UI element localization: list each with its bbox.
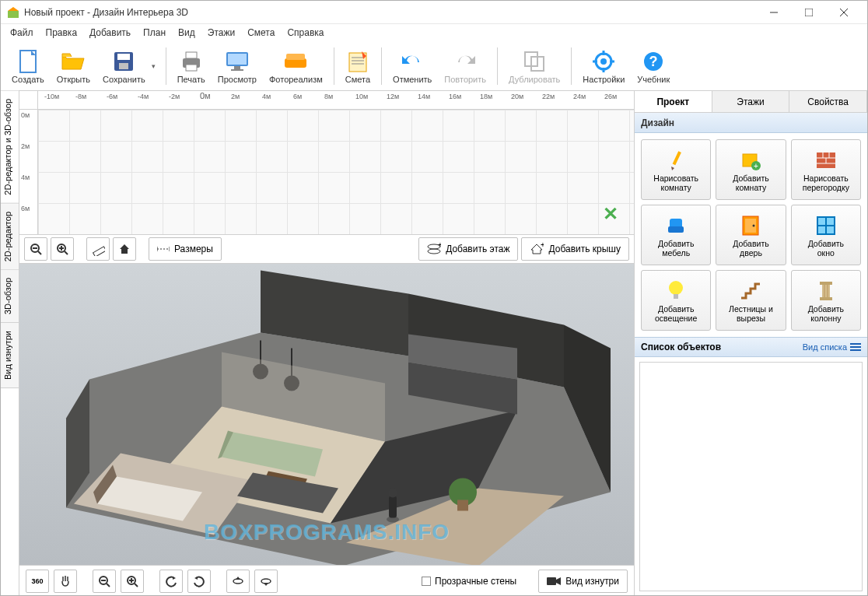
side-panel: Проект Этажи Свойства Дизайн Нарисоватьк… (634, 91, 867, 596)
svg-rect-69 (457, 500, 468, 511)
design-tools-grid: Нарисоватькомнату +Добавитькомнату Нарис… (635, 133, 867, 337)
tab-inside-view[interactable]: Вид изнутри (1, 323, 19, 388)
menu-file[interactable]: Файл (4, 26, 40, 40)
svg-rect-115 (822, 285, 830, 297)
svg-point-112 (669, 281, 683, 295)
svg-rect-10 (119, 63, 128, 69)
svg-marker-86 (194, 577, 198, 580)
tab-project[interactable]: Проект (635, 91, 712, 112)
rotate-left-button[interactable] (159, 570, 183, 593)
tab-properties[interactable]: Свойства (789, 91, 867, 112)
window-title: Новый проект - Дизайн Интерьера 3D (24, 7, 756, 18)
draw-partition-button[interactable]: Нарисоватьперегородку (791, 139, 861, 200)
svg-rect-121 (850, 349, 861, 351)
app-icon (7, 6, 19, 19)
door-icon (741, 212, 760, 239)
add-floor-button[interactable]: +Добавить этаж (418, 237, 518, 261)
svg-text:+: + (754, 162, 759, 170)
save-button[interactable]: Сохранить (96, 44, 152, 89)
360-view-button[interactable]: 360 (26, 570, 49, 593)
tab-2d-3d-combined[interactable]: 2D-редактор и 3D-обзор (1, 91, 19, 204)
zoom-out-3d-button[interactable] (93, 570, 116, 593)
tilt-up-button[interactable] (226, 570, 250, 593)
svg-rect-9 (117, 54, 130, 60)
brick-wall-icon (815, 147, 837, 174)
monitor-icon (225, 48, 250, 75)
tab-floors[interactable]: Этажи (712, 91, 790, 112)
estimate-button[interactable]: Смета (339, 44, 376, 89)
menu-add[interactable]: Добавить (83, 26, 137, 40)
stairs-button[interactable]: Лестницы ивырезы (716, 270, 786, 331)
menu-estimate[interactable]: Смета (241, 26, 281, 40)
svg-rect-93 (673, 151, 681, 165)
draw-room-button[interactable]: Нарисоватькомнату (641, 139, 711, 200)
objects-list[interactable] (639, 362, 863, 591)
svg-rect-114 (820, 282, 832, 285)
svg-line-35 (38, 251, 41, 254)
pan-button[interactable] (54, 570, 77, 593)
svg-marker-1 (8, 7, 19, 11)
canvas-area: -10м-8м -6м-4м -2м0м 2м4м 6м8м 10м12м 14… (19, 91, 634, 596)
add-lighting-button[interactable]: Добавитьосвещение (641, 270, 711, 331)
tutorial-button[interactable]: ?Учебник (631, 44, 676, 89)
rotate-right-button[interactable] (187, 570, 211, 593)
svg-marker-94 (671, 167, 674, 170)
duplicate-button[interactable]: Дублировать (502, 44, 566, 89)
add-roof-button[interactable]: +Добавить крышу (521, 237, 629, 261)
svg-rect-105 (668, 226, 684, 233)
create-button[interactable]: Создать (5, 44, 51, 89)
print-button[interactable]: Печать (171, 44, 212, 89)
tab-2d-editor[interactable]: 2D-редактор (1, 204, 19, 270)
photorealism-button[interactable]: Фотореализм (263, 44, 329, 89)
design-section-header: Дизайн (635, 113, 867, 133)
svg-line-79 (107, 584, 110, 587)
svg-rect-15 (228, 54, 247, 65)
dimensions-icon (157, 244, 170, 254)
svg-rect-41 (93, 247, 105, 256)
settings-button[interactable]: Настройки (576, 44, 631, 89)
undo-button[interactable]: Отменить (387, 44, 438, 89)
side-panel-tabs: Проект Этажи Свойства (635, 91, 867, 113)
close-button[interactable] (826, 1, 861, 23)
zoom-in-3d-button[interactable] (121, 570, 144, 593)
3d-viewport[interactable]: BOXPROGRAMS.INFO (19, 264, 634, 565)
add-furniture-button[interactable]: Добавитьмебель (641, 205, 711, 265)
inside-view-button[interactable]: Вид изнутри (538, 570, 628, 593)
tab-3d-view[interactable]: 3D-обзор (1, 270, 19, 323)
open-button[interactable]: Открыть (51, 44, 96, 89)
menu-view[interactable]: Вид (172, 26, 201, 40)
menu-edit[interactable]: Правка (40, 26, 84, 40)
maximize-button[interactable] (791, 1, 826, 23)
tilt-down-button[interactable] (254, 570, 278, 593)
svg-line-38 (65, 251, 68, 254)
svg-rect-17 (231, 69, 243, 71)
redo-icon (453, 48, 477, 75)
redo-button[interactable]: Повторить (438, 44, 492, 89)
zoom-out-button[interactable] (24, 237, 47, 261)
add-door-button[interactable]: Добавитьдверь (716, 205, 786, 265)
menu-floors[interactable]: Этажи (201, 26, 241, 40)
svg-point-27 (600, 58, 607, 65)
house-plus-icon: + (530, 243, 544, 255)
svg-rect-3 (805, 9, 813, 16)
armchair-icon (665, 212, 687, 239)
view-type-link[interactable]: Вид списка (803, 342, 861, 352)
2d-grid-canvas[interactable]: ✕ (38, 110, 634, 234)
minimize-button[interactable] (756, 1, 791, 23)
notepad-icon (348, 48, 368, 75)
preview-button[interactable]: Просмотр (212, 44, 263, 89)
home-button[interactable] (113, 237, 136, 261)
add-window-button[interactable]: Добавитьокно (791, 205, 861, 265)
ruler-button[interactable] (86, 237, 110, 261)
gear-icon (593, 48, 614, 75)
menu-plan[interactable]: План (137, 26, 172, 40)
add-column-button[interactable]: Добавитьколонну (791, 270, 861, 331)
transparent-walls-checkbox[interactable]: Прозрачные стены (422, 576, 516, 587)
add-room-button[interactable]: +Добавитькомнату (716, 139, 786, 200)
layers-icon: + (427, 243, 441, 255)
pencil-icon (665, 147, 687, 174)
dimensions-button[interactable]: Размеры (149, 237, 222, 261)
svg-rect-13 (186, 65, 197, 71)
zoom-in-button[interactable] (51, 237, 74, 261)
menu-help[interactable]: Справка (281, 26, 330, 40)
